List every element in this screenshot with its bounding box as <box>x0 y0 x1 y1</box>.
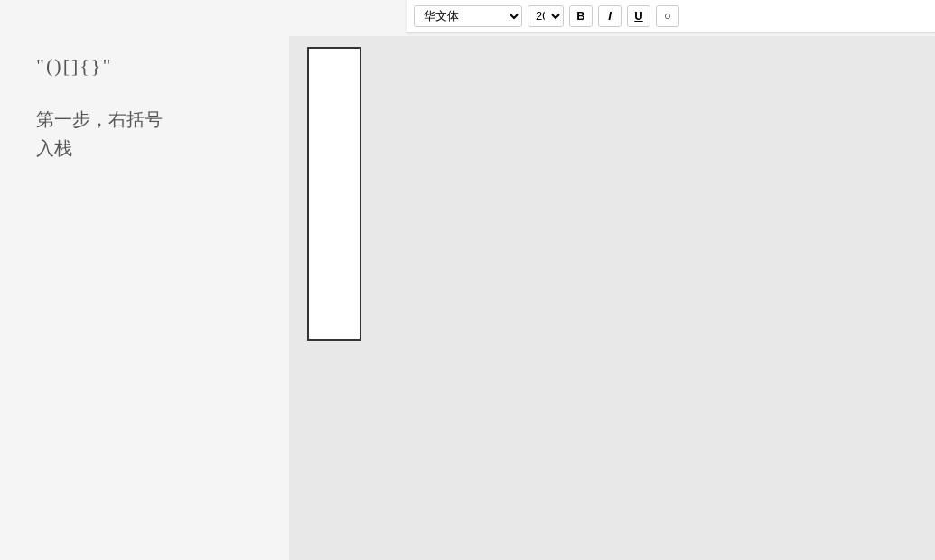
description-line1: 第一步，右括号 <box>36 109 163 129</box>
underline-button[interactable]: U <box>627 5 650 27</box>
symbols-text: "()[]{}" <box>36 54 253 78</box>
italic-button[interactable]: I <box>598 5 622 27</box>
canvas-area <box>289 36 935 560</box>
font-selector[interactable]: 华文体 <box>414 5 522 27</box>
font-size-selector[interactable]: 20 <box>528 5 564 27</box>
toolbar: 华文体 20 B I U ○ <box>407 0 935 33</box>
bold-button[interactable]: B <box>569 5 593 27</box>
left-panel: "()[]{}" 第一步，右括号 入栈 <box>0 36 289 181</box>
extra-button[interactable]: ○ <box>656 5 679 27</box>
document-page <box>307 47 361 341</box>
description-line2: 入栈 <box>36 138 72 158</box>
description-text: 第一步，右括号 入栈 <box>36 105 253 163</box>
